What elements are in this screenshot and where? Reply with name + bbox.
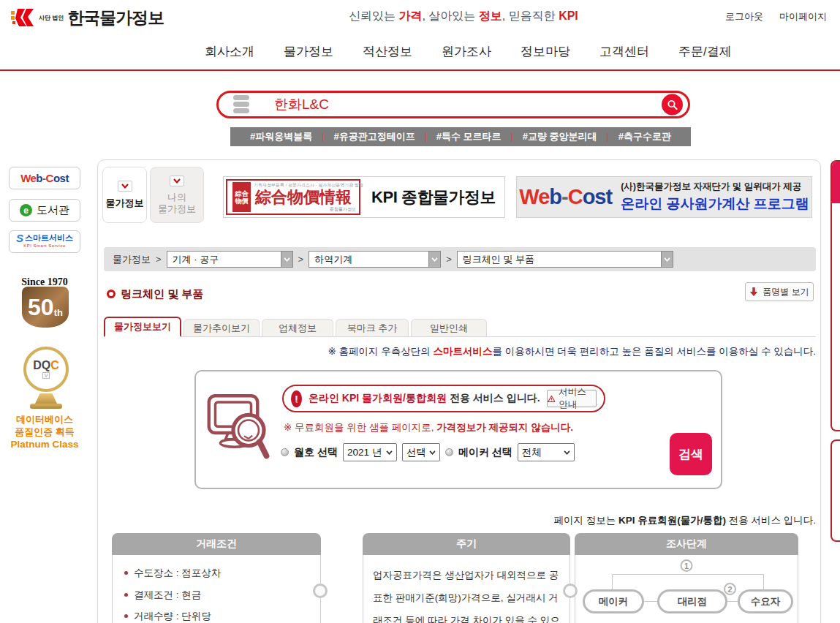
hashtag[interactable]: #파워옹벽블록 [250, 130, 312, 143]
cycle-text: 업자공표가격은 생산업자가 대외적으로 공표한 판매기준(희망)가격으로, 실거… [363, 555, 570, 623]
nav-price-info[interactable]: 물가정보 [284, 43, 333, 60]
hashtag-separator: | [607, 132, 609, 142]
price-info-tab[interactable]: 물가정보 [102, 167, 147, 223]
webcost-logo-part: b [36, 172, 42, 184]
nav-info-plaza[interactable]: 정보마당 [521, 43, 570, 60]
month-select[interactable]: 선택 [402, 443, 440, 461]
logo-title: 한국물가정보 [67, 7, 164, 29]
alert-rest: 전용 서비스 입니다. [447, 392, 540, 404]
search-controls: 월호 선택 2021 년 선택 메이커 선택 전체 [281, 443, 575, 461]
bullet-sphere-icon [281, 448, 289, 456]
smart-service-notice: ※ 홈페이지 우측상단의 스마트서비스를 이용하시면 더욱 편리하고 높은 품질… [104, 345, 816, 358]
price-info-tab-label: 물가정보 [106, 197, 144, 210]
mypage-link[interactable]: 마이페이지 [779, 10, 827, 23]
warning-triangle-icon [548, 394, 556, 404]
chain-ring-icon [563, 584, 578, 598]
e-library-label: 도서관 [37, 203, 69, 217]
nav-order-payment[interactable]: 주문/결제 [678, 43, 732, 60]
dqc-letter: Q [42, 359, 50, 371]
bullet-sphere-icon [445, 448, 453, 456]
dqc-letter: C [50, 359, 59, 371]
cycle-column: 주기 업자공표가격은 생산업자가 대외적으로 공표한 판매기준(희망)가격으로,… [363, 533, 570, 623]
breadcrumb: 물가정보 > 기계 · 공구 > 하역기계 > 링크체인 및 부품 [104, 247, 816, 271]
bracket-line [612, 574, 764, 590]
dqc-caption-line: Platnum Class [4, 438, 85, 450]
smart-service-highlight[interactable]: 스마트서비스 [433, 346, 492, 357]
section-title: 링크체인 및 부품 [121, 287, 203, 301]
tagline-accent: KPI [559, 10, 578, 22]
service-guide-button[interactable]: 서비스 안내 [547, 390, 597, 407]
my-tab-line1: 나의 [167, 192, 186, 203]
kpi-magazine-banner[interactable]: 綜合物價 綜合物價情報 기획재정부등록 / 전문가격조사 · 원가계산용역기관 … [223, 176, 505, 218]
search-input[interactable]: 한화L&C [274, 95, 329, 114]
smart-service-button[interactable]: S 스마트서비스 KPI Smart Service [9, 230, 80, 253]
view-by-item-button[interactable]: 품명별 보기 [745, 282, 814, 301]
magazine-logo: 綜合物價 綜合物價情報 기획재정부등록 / 전문가격조사 · 원가계산용역기관 … [226, 179, 360, 215]
bullet-dot-icon [124, 614, 128, 618]
member-service-box: ! 온라인 KPI 물가회원/통합회원 전용 서비스 입니다. 서비스 안내 ※… [194, 370, 722, 489]
tagline-accent: 정보 [479, 10, 502, 22]
section-bullet-icon [107, 290, 116, 298]
kpi-k-icon [10, 6, 35, 29]
tab-company-info[interactable]: 업체정보 [262, 319, 333, 336]
webcost-logo-part: We [20, 172, 36, 184]
bullet-dot-icon [124, 593, 128, 597]
subcategory-select[interactable]: 하역기계 [309, 251, 441, 268]
nav-customer-center[interactable]: 고객센터 [599, 43, 649, 60]
dqc-medal-stand [35, 393, 57, 404]
hashtag[interactable]: #특수 모르타르 [436, 130, 502, 143]
year-select[interactable]: 2021 년 [343, 443, 397, 461]
step-badge-2: 2 [724, 583, 736, 595]
select-caret-icon [429, 450, 436, 455]
logout-link[interactable]: 로그아웃 [725, 10, 763, 23]
hashtag[interactable]: #유공관고정테이프 [333, 130, 415, 143]
tagline-part: , 믿음직한 [502, 10, 559, 22]
webcost-button[interactable]: Web-Cost [9, 167, 80, 189]
column-header: 거래조건 [112, 533, 321, 555]
anniv-suffix: th [54, 307, 63, 318]
anniv-number: 50 [28, 296, 54, 318]
select-arrow-icon [428, 252, 440, 267]
item-select[interactable]: 링크체인 및 부품 [457, 251, 673, 268]
database-icon [230, 94, 252, 115]
search-bar[interactable]: 한화L&C [216, 91, 690, 118]
my-price-info-tab[interactable]: 나의물가정보 [150, 167, 204, 223]
nav-cost-research[interactable]: 원가조사 [442, 43, 491, 60]
search-submit-button[interactable]: 검색 [670, 433, 712, 475]
e-library-button[interactable]: e 도서관 [9, 199, 80, 222]
hashtag-separator: | [511, 132, 513, 142]
right-widget-header [832, 162, 840, 203]
maker-select[interactable]: 전체 [518, 443, 575, 461]
page: 사단 법인 한국물가정보 신뢰있는 가격, 살아있는 정보, 믿음직한 KPI … [0, 0, 840, 623]
nav-company[interactable]: 회사소개 [205, 43, 254, 60]
hashtag[interactable]: #측구수로관 [618, 130, 671, 143]
tab-print[interactable]: 일반인쇄 [411, 319, 487, 336]
org-badge: 사단 법인 [39, 15, 64, 21]
tagline-part: 신뢰있는 [349, 10, 398, 22]
nav-estimation[interactable]: 적산정보 [363, 43, 412, 60]
select-arrow-icon [281, 252, 292, 267]
site-logo[interactable]: 사단 법인 한국물가정보 [10, 4, 164, 31]
tab-price-view[interactable]: 물가정보보기 [104, 317, 181, 337]
webcost-banner[interactable]: Web-Cost (사)한국물가정보 자재단가 및 일위대가 제공 온라인 공사… [516, 176, 812, 218]
my-tab-line2: 물가정보 [158, 203, 196, 214]
hashtag[interactable]: #교량 중앙분리대 [523, 130, 597, 143]
tab-price-trend[interactable]: 물가추이보기 [183, 319, 260, 336]
webcost-banner-logo: Web-Cost [519, 185, 612, 209]
dqc-caption-line: 데이터베이스 [4, 413, 85, 426]
tagline-part: , 살아있는 [422, 10, 478, 22]
tab-bookmark-add[interactable]: 북마크 추가 [336, 319, 409, 336]
magazine-tiny-text: 기획재정부등록 / 전문가격조사 · 원가계산용역기관 발행 [254, 182, 363, 189]
magazine-sub-text: 종합물가정보 [330, 206, 356, 213]
right-side-widget-partial [830, 439, 840, 542]
category-select[interactable]: 기계 · 공구 [167, 251, 293, 268]
tagline: 신뢰있는 가격, 살아있는 정보, 믿음직한 KPI [349, 9, 578, 24]
right-side-widget-partial [830, 160, 840, 431]
dqc-medal-logo: DQC V [23, 347, 69, 392]
webcost-banner-line1: (사)한국물가정보 자재단가 및 일위대가 제공 [621, 181, 809, 193]
breadcrumb-separator: > [446, 254, 452, 265]
breadcrumb-separator: > [298, 254, 304, 265]
search-button[interactable] [662, 94, 683, 116]
trade-item: 거래수량 : 단위당 [124, 605, 309, 623]
survey-steps-column: 조사단계 1 메이커 대리점 수요자 2 [575, 533, 798, 623]
